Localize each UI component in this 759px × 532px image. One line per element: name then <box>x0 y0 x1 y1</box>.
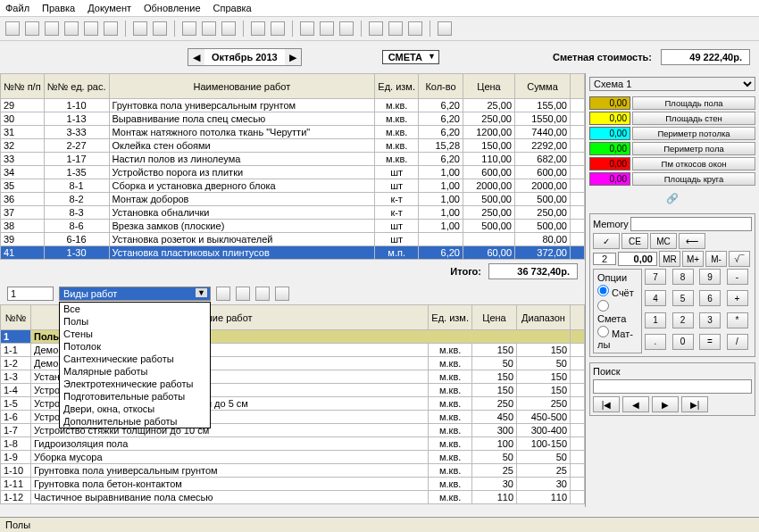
date-next-button[interactable]: ▶ <box>285 49 301 65</box>
combo-selected[interactable]: Виды работ <box>59 287 211 301</box>
th-unit[interactable]: Ед. изм. <box>375 74 419 99</box>
th-num[interactable]: №№ п/п <box>1 74 45 99</box>
tb-save-icon[interactable] <box>45 21 59 36</box>
mplus-button[interactable]: M+ <box>682 251 704 267</box>
smeta-dropdown[interactable]: СМЕТА <box>382 50 439 64</box>
numpad-7[interactable]: 7 <box>645 269 666 285</box>
menu-update[interactable]: Обновление <box>144 3 201 13</box>
th2-unit[interactable]: Ед. изм. <box>429 305 472 330</box>
area-button[interactable]: Площадь пола <box>632 96 755 110</box>
numpad-9[interactable]: 9 <box>699 269 721 285</box>
table-row[interactable]: 301-13Выравнивание пола спец смесьюм.кв.… <box>1 112 585 126</box>
table-row[interactable]: 291-10Грунтовка пола универсальным грунт… <box>1 99 585 112</box>
th-sum[interactable]: Сумма <box>515 74 571 99</box>
opt-smeta[interactable] <box>597 300 609 312</box>
catalog-row[interactable]: 1-12Частичное выравнивание пола смесьюм.… <box>1 491 585 504</box>
tb-copy-icon[interactable] <box>182 21 196 36</box>
tb-money-icon[interactable] <box>408 21 422 36</box>
mc-button[interactable]: MC <box>650 233 677 249</box>
mr-button[interactable]: MR <box>659 251 680 267</box>
opt-schet[interactable] <box>597 285 609 296</box>
numpad-.[interactable]: . <box>645 334 666 350</box>
table-row[interactable]: 313-33Монтаж натяжного потолка ткань "Че… <box>1 126 585 139</box>
scheme-select[interactable]: Схема 1 <box>589 77 755 91</box>
tb-new-icon[interactable] <box>5 21 20 36</box>
area-button[interactable]: Площадь круга <box>632 172 755 186</box>
link-icon[interactable]: 🔗 <box>666 193 679 204</box>
print-icon[interactable] <box>255 287 270 301</box>
back-button[interactable]: ⟵ <box>679 233 705 249</box>
th2-price[interactable]: Цена <box>472 305 517 330</box>
tb-word-icon[interactable] <box>153 21 167 36</box>
table-row[interactable]: 388-6Врезка замков (плоские)шт1,00500,00… <box>1 220 585 233</box>
numpad-4[interactable]: 4 <box>645 290 666 306</box>
numpad-/[interactable]: / <box>727 334 748 350</box>
nav-next-button[interactable]: ▶ <box>652 396 679 412</box>
tb-saveas-icon[interactable] <box>64 21 79 36</box>
area-button[interactable]: Периметр потолка <box>632 127 755 140</box>
tb-link-icon[interactable] <box>369 21 383 36</box>
menu-file[interactable]: Файл <box>5 3 29 13</box>
combo-option[interactable]: Малярные работы <box>60 365 210 378</box>
catalog-row[interactable]: 1-11Грунтовка пола бетон-контактомм.кв.3… <box>1 478 585 491</box>
table-row[interactable]: 341-35Устройство порога из плиткишт1,006… <box>1 166 585 179</box>
tb-users-icon[interactable] <box>339 21 354 36</box>
opt-mat[interactable] <box>597 326 609 337</box>
combo-option[interactable]: Все <box>60 303 210 315</box>
nav-first-button[interactable]: |◀ <box>593 396 620 412</box>
th-ed[interactable]: №№ ед. рас. <box>44 74 109 99</box>
combo-option[interactable]: Подготовительные работы <box>60 390 210 403</box>
numpad-0[interactable]: 0 <box>672 334 694 350</box>
table-row[interactable]: 322-27Оклейка стен обоямим.кв.15,28150,0… <box>1 139 585 153</box>
mminus-button[interactable]: M- <box>705 251 727 267</box>
sqrt-button[interactable]: √¯ <box>729 251 750 267</box>
numpad--[interactable]: - <box>727 269 748 285</box>
ce-button[interactable]: CE <box>621 233 648 249</box>
binoculars-icon[interactable] <box>236 287 250 301</box>
tb-paste-icon[interactable] <box>202 21 216 36</box>
filter-num-input[interactable] <box>7 287 54 301</box>
tb-refresh-icon[interactable] <box>271 21 285 36</box>
numpad-2[interactable]: 2 <box>672 312 694 328</box>
nav-last-button[interactable]: ▶| <box>681 396 708 412</box>
combo-option[interactable]: Дополнительные работы <box>60 415 210 428</box>
area-button[interactable]: Пм откосов окон <box>632 157 755 170</box>
th2-num[interactable]: №№ <box>1 305 31 330</box>
numpad-3[interactable]: 3 <box>699 312 721 328</box>
tb-print2-icon[interactable] <box>104 21 118 36</box>
tb-chart-icon[interactable] <box>320 21 334 36</box>
table-row[interactable]: 368-2Монтаж доборовк-т1,00500,00500,00 <box>1 193 585 206</box>
menu-help[interactable]: Справка <box>213 3 252 13</box>
main-table[interactable]: №№ п/п №№ ед. рас. Наименование работ Ед… <box>0 73 585 260</box>
catalog-row[interactable]: 1-9Уборка мусорам.кв.5050 <box>1 451 585 464</box>
combo-option[interactable]: Двери, окна, откосы <box>60 403 210 415</box>
th-price[interactable]: Цена <box>463 74 515 99</box>
table-row[interactable]: 331-17Настил полов из линолеумам.кв.6,20… <box>1 153 585 166</box>
combo-option[interactable]: Электротехнические работы <box>60 378 210 390</box>
combo-option[interactable]: Стены <box>60 328 210 340</box>
numpad-6[interactable]: 6 <box>699 290 721 306</box>
catalog-row[interactable]: 1-8Гидроизоляция полам.кв.100100-150 <box>1 437 585 451</box>
combo-option[interactable]: Сантехнические работы <box>60 353 210 365</box>
date-prev-button[interactable]: ◀ <box>188 49 204 65</box>
table-row[interactable]: 411-30Установка пластиковых плинтусовм.п… <box>1 246 585 260</box>
check-button[interactable]: ✓ <box>593 233 620 249</box>
combo-option[interactable]: Полы <box>60 315 210 328</box>
table-row[interactable]: 358-1Сборка и установка дверного блокашт… <box>1 179 585 193</box>
th2-range[interactable]: Диапазон <box>517 305 571 330</box>
tb-delete-icon[interactable] <box>221 21 236 36</box>
numpad-=[interactable]: = <box>699 334 721 350</box>
numpad-+[interactable]: + <box>727 290 748 306</box>
tb-help-icon[interactable] <box>438 21 452 36</box>
work-type-combo[interactable]: Виды работ ВсеПолыСтеныПотолокСантехниче… <box>59 287 211 301</box>
tb-paste2-icon[interactable] <box>300 21 314 36</box>
decimals-spinner[interactable] <box>593 253 616 265</box>
excel-icon[interactable] <box>275 287 289 301</box>
tb-pref-icon[interactable] <box>388 21 403 36</box>
area-button[interactable]: Площадь стен <box>632 112 755 125</box>
trash-icon[interactable] <box>216 287 230 301</box>
nav-prev-button[interactable]: ◀ <box>622 396 649 412</box>
numpad-*[interactable]: * <box>727 312 748 328</box>
numpad-5[interactable]: 5 <box>672 290 694 306</box>
search-input[interactable] <box>593 379 752 394</box>
